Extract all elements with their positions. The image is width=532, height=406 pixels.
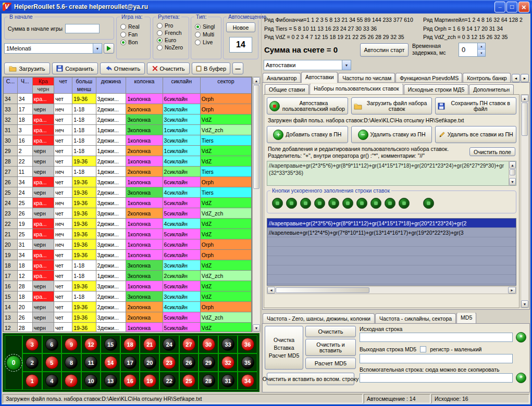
history-col-header[interactable]: колонка: [126, 78, 163, 94]
history-row[interactable]: 3016кра...чет1-182дюжи...1колонка3сиклай…: [4, 135, 252, 146]
board-cell-35[interactable]: 35: [238, 353, 257, 372]
save-bet-set-file-button[interactable]: Сохранить ПН ставок в файл: [435, 97, 516, 115]
tab-freq-sixlines-sectors[interactable]: Частота - сиклайны, сектора: [375, 313, 456, 323]
maximize-button[interactable]: [506, 2, 517, 12]
board-number-8[interactable]: 8: [65, 356, 78, 369]
board-cell-31[interactable]: 31: [218, 372, 238, 390]
board-cell-11[interactable]: 11: [81, 353, 101, 372]
radio-nozero[interactable]: NoZero: [157, 44, 189, 50]
history-row[interactable]: 2822чернчет19-362дюжи...1колонка4сиклайн…: [4, 156, 252, 167]
board-cell-10[interactable]: 10: [81, 372, 101, 390]
autobet-user-set-button[interactable]: Автоставка пользовательский набор: [267, 97, 348, 115]
panel-scroll-up-button[interactable]: [521, 95, 528, 102]
board-number-30[interactable]: 30: [202, 338, 215, 351]
board-number-4[interactable]: 4: [45, 374, 58, 387]
board-cell-17[interactable]: 17: [120, 353, 140, 372]
history-col-header[interactable]: сиклайн: [163, 78, 200, 94]
autospin-start-button[interactable]: Автоспин старт: [360, 43, 409, 57]
history-row[interactable]: 3434кра...чет19-363дюжи...1колонка6сикла…: [4, 94, 252, 104]
history-row[interactable]: 2125кра...неч19-363дюжи...1колонка5сикла…: [4, 229, 252, 239]
board-cell-34[interactable]: 34: [238, 372, 257, 390]
board-number-5[interactable]: 5: [45, 356, 58, 369]
board-number-21[interactable]: 21: [143, 338, 156, 351]
speed-fill-button-1[interactable]: [272, 198, 283, 209]
board-number-0[interactable]: 0: [6, 356, 21, 370]
board-cell-23[interactable]: 23: [159, 353, 179, 372]
history-row[interactable]: 292чернчет1-181дюжи...2колонка1сиклайнVd…: [4, 146, 252, 156]
board-cell-30[interactable]: 30: [199, 335, 218, 353]
board-cell-2[interactable]: 2: [22, 353, 42, 372]
autobets-combo-arrow-icon[interactable]: [342, 60, 351, 70]
history-col-header[interactable]: Крачерн: [32, 78, 54, 94]
close-button[interactable]: [518, 2, 529, 12]
new-button[interactable]: Новое: [226, 22, 255, 32]
board-number-6[interactable]: 6: [45, 338, 58, 351]
md5-stack-button[interactable]: Очистка Вставка Расчет MD5: [265, 326, 303, 370]
list-scroll-left-button[interactable]: [267, 287, 275, 294]
bets-list-empty-row[interactable]: [267, 275, 516, 284]
board-number-20[interactable]: 20: [143, 356, 156, 369]
board-cell-24[interactable]: 24: [159, 335, 179, 353]
board-cell-3[interactable]: 3: [22, 335, 42, 353]
board-number-3[interactable]: 3: [26, 338, 39, 351]
md5-calc-button[interactable]: Расчет MD5: [305, 358, 356, 369]
bets-list-item[interactable]: //карелевые+gr(1*2*4*5)+gr(7*8*10*11)+gr…: [267, 228, 516, 237]
history-row[interactable]: 2634кра...чет19-363дюжи...1колонка6сикла…: [4, 177, 252, 187]
speed-fill-button-7[interactable]: [356, 198, 367, 209]
tab-scroll-left-button[interactable]: [512, 74, 520, 82]
history-row[interactable]: 1518кра...чет1-182дюжи...3колонка3сиклай…: [4, 291, 252, 302]
md5-aux-action-button[interactable]: [516, 373, 526, 383]
preset-combo[interactable]: 1Melonati: [4, 43, 102, 54]
board-number-25[interactable]: 25: [182, 374, 195, 387]
history-col-header[interactable]: Ч...: [17, 78, 32, 94]
panel-scroll-track[interactable]: [521, 136, 528, 300]
edit-scroll-up-button[interactable]: [509, 161, 516, 169]
history-col-header[interactable]: большменш: [72, 78, 96, 94]
board-cell-8[interactable]: 8: [61, 353, 81, 372]
panel-scrollbar[interactable]: [521, 94, 529, 308]
history-row[interactable]: 2219кра...неч19-362дюжи...1колонка4сикла…: [4, 219, 252, 229]
tab-common-bets[interactable]: Общие ставки: [265, 84, 309, 94]
radio-fan[interactable]: Fan: [120, 31, 150, 37]
edit-field-scrollbar[interactable]: [509, 161, 516, 185]
history-row[interactable]: 1712кра...чет1-181дюжи...3колонка2сиклай…: [4, 271, 252, 281]
tab-analyzer[interactable]: Анализатор: [263, 73, 301, 83]
board-number-36[interactable]: 36: [241, 338, 254, 351]
edit-scroll-thumb[interactable]: [510, 169, 515, 175]
board-cell-12[interactable]: 12: [81, 335, 101, 353]
tab-number-frequencies[interactable]: Частоты по числам: [338, 73, 395, 83]
history-row[interactable]: 3317черннеч1-182дюжи...2колонка3сиклайнO…: [4, 104, 252, 115]
board-number-22[interactable]: 22: [163, 374, 176, 387]
board-cell-19[interactable]: 19: [140, 372, 159, 390]
tab-freq-zero-chances[interactable]: Частота - Zero, шансы, дюжины, колонки: [263, 313, 375, 323]
history-row[interactable]: 1934кра...чет19-363дюжи...1колонка6сикла…: [4, 250, 252, 260]
radio-pro[interactable]: Pro: [157, 22, 189, 29]
board-cell-6[interactable]: 6: [42, 335, 62, 353]
history-row[interactable]: 1628чернчет19-363дюжи...1колонка5сиклайн…: [4, 281, 252, 291]
spinner-up-icon[interactable]: [478, 43, 485, 50]
board-cell-5[interactable]: 5: [42, 353, 62, 372]
source-string-input[interactable]: [360, 333, 513, 342]
history-row[interactable]: 313кра...неч1-181дюжи...3колонка1сиклайн…: [4, 125, 252, 135]
board-number-32[interactable]: 32: [221, 356, 234, 369]
add-bet-button[interactable]: Добавить ставку в ПН: [267, 126, 348, 143]
history-row[interactable]: 2031черннеч19-363дюжи...1колонка6сиклайн…: [4, 239, 252, 250]
board-number-33[interactable]: 33: [221, 338, 234, 351]
list-scroll-right-button[interactable]: [508, 287, 516, 294]
board-cell-1[interactable]: 1: [22, 372, 42, 390]
bet-edit-field[interactable]: //кареправые+gr(2*3*5*6)+gr(8*9*11*12)+g…: [267, 161, 516, 186]
radio-french[interactable]: French: [157, 30, 189, 36]
board-cell-26[interactable]: 26: [179, 353, 199, 372]
board-number-17[interactable]: 17: [123, 356, 137, 369]
bets-list-item[interactable]: //кареправые+gr(2*3*5*6)+gr(8*9*11*12)+g…: [267, 219, 516, 228]
history-col-header[interactable]: дюжина: [96, 78, 126, 94]
bets-list-empty-row[interactable]: [267, 237, 516, 247]
radio-multi[interactable]: Multi: [195, 31, 221, 37]
clear-field-button[interactable]: Очистить поле: [469, 147, 515, 156]
board-cell-20[interactable]: 20: [140, 353, 159, 372]
radio-bon[interactable]: Bon: [120, 39, 150, 45]
history-row[interactable]: 2711черннеч1-181дюжи...2колонка2сиклайнT…: [4, 167, 252, 177]
board-number-24[interactable]: 24: [163, 338, 176, 351]
list-hscrollbar[interactable]: [267, 286, 516, 294]
board-cell-32[interactable]: 32: [218, 353, 238, 372]
